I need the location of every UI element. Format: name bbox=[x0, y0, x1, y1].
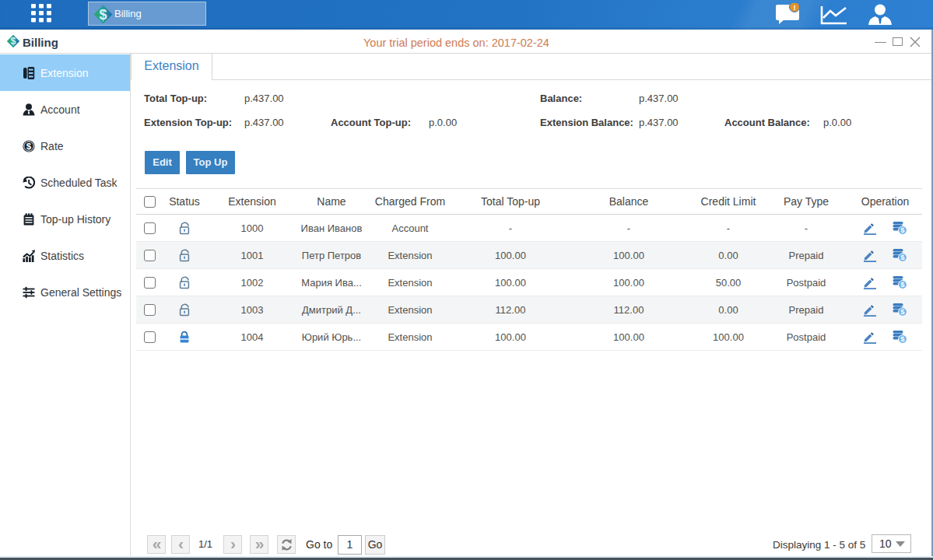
svg-text:$: $ bbox=[900, 280, 905, 289]
svg-text:$: $ bbox=[900, 226, 905, 234]
svg-text:!: ! bbox=[794, 4, 796, 12]
svg-text:$: $ bbox=[900, 334, 905, 343]
svg-text:$: $ bbox=[900, 253, 905, 261]
svg-text:$: $ bbox=[900, 307, 905, 316]
svg-text:$: $ bbox=[26, 142, 32, 151]
svg-text:$: $ bbox=[11, 36, 16, 47]
svg-text:$: $ bbox=[99, 7, 107, 23]
